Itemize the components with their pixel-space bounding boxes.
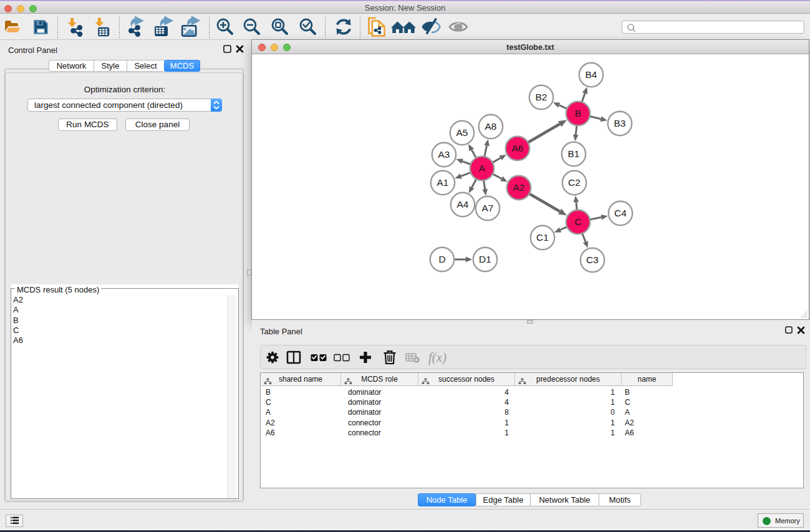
svg-text:A1: A1 xyxy=(437,177,449,188)
svg-text:C3: C3 xyxy=(586,254,599,265)
svg-text:A4: A4 xyxy=(457,199,469,210)
svg-text:B1: B1 xyxy=(568,148,580,159)
svg-text:D1: D1 xyxy=(479,254,491,264)
svg-text:B4: B4 xyxy=(586,69,597,80)
svg-text:B: B xyxy=(575,108,581,118)
svg-text:D: D xyxy=(438,254,445,264)
svg-text:A: A xyxy=(479,163,486,173)
svg-text:f(x): f(x) xyxy=(428,350,446,365)
svg-text:C4: C4 xyxy=(614,208,627,218)
svg-text:A2: A2 xyxy=(513,182,525,193)
svg-text:B3: B3 xyxy=(614,118,626,128)
svg-text:A5: A5 xyxy=(456,127,468,138)
svg-text:A7: A7 xyxy=(482,203,494,213)
svg-text:A6: A6 xyxy=(512,143,524,153)
svg-text:C1: C1 xyxy=(536,232,549,243)
svg-text:C2: C2 xyxy=(568,177,581,188)
svg-text:B2: B2 xyxy=(536,92,547,102)
svg-text:A3: A3 xyxy=(438,149,450,160)
svg-text:C: C xyxy=(574,216,581,227)
svg-text:A8: A8 xyxy=(485,121,497,132)
